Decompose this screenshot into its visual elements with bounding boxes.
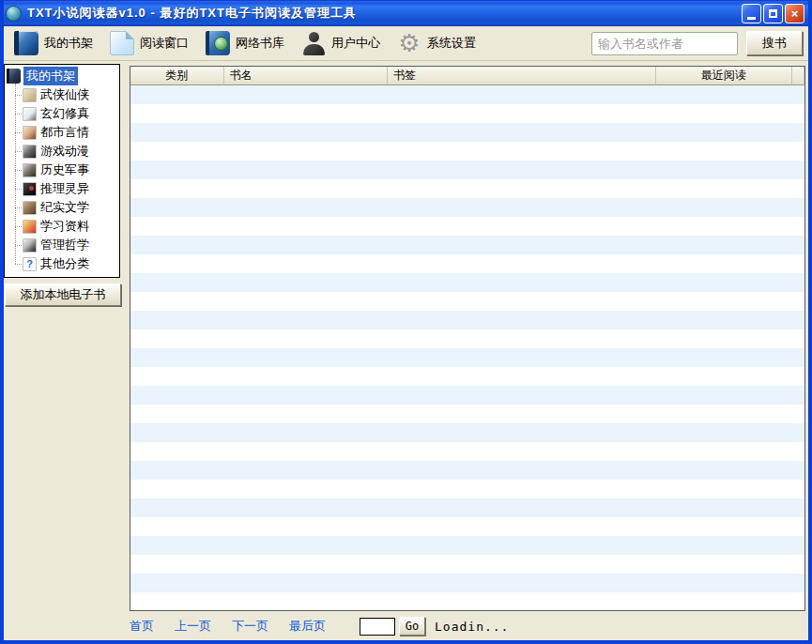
game-character-icon xyxy=(23,145,37,159)
sidebar-item-urban-romance[interactable]: 都市言情 xyxy=(15,123,119,142)
tree-branch-line xyxy=(15,170,22,171)
close-button[interactable]: × xyxy=(785,4,804,23)
sidebar-item-study[interactable]: 学习资料 xyxy=(15,217,119,236)
app-window: TXT小说阅读器v1.0 - 最好的TXT电子书阅读及管理工具 × 我的书架 阅… xyxy=(0,0,812,644)
question-mark-icon: ? xyxy=(23,257,37,271)
close-icon: × xyxy=(791,8,799,20)
sidebar-item-wuxia[interactable]: 武侠仙侠 xyxy=(15,85,119,104)
study-materials-icon xyxy=(23,220,37,234)
tree-branch-line xyxy=(15,95,22,96)
sidebar-item-history-military[interactable]: 历史军事 xyxy=(15,161,119,179)
table-body-empty xyxy=(130,85,804,610)
next-page-link[interactable]: 下一页 xyxy=(232,618,268,635)
title-bar: TXT小说阅读器v1.0 - 最好的TXT电子书阅读及管理工具 × xyxy=(0,0,812,26)
book-list-table: 类别 书名 书签 最近阅读 xyxy=(130,66,805,611)
category-tree-panel: 我的书架 武侠仙侠 玄幻修真 都市言情 游戏动漫 xyxy=(4,64,120,278)
mystery-icon xyxy=(23,182,37,196)
column-header-bookmark[interactable]: 书签 xyxy=(388,67,656,85)
column-header-book-name[interactable]: 书名 xyxy=(224,67,388,85)
last-page-link[interactable]: 最后页 xyxy=(289,618,326,635)
window-controls: × xyxy=(742,4,806,23)
user-center-icon xyxy=(301,31,326,55)
sidebar-item-my-bookshelf[interactable]: 我的书架 xyxy=(7,67,119,85)
bookshelf-root-icon xyxy=(7,69,21,84)
maximize-button[interactable] xyxy=(763,4,783,23)
tree-branch-line xyxy=(15,207,22,208)
military-icon xyxy=(23,163,37,177)
sidebar-item-fantasy[interactable]: 玄幻修真 xyxy=(15,104,119,123)
window-title: TXT小说阅读器v1.0 - 最好的TXT电子书阅读及管理工具 xyxy=(27,5,742,22)
page-number-input[interactable] xyxy=(360,618,395,636)
tree-branch-line xyxy=(15,264,22,265)
search-book-button[interactable]: 搜书 xyxy=(746,31,803,55)
martial-figure-icon xyxy=(23,107,37,121)
online-library-label: 网络书库 xyxy=(236,35,284,52)
user-center-button[interactable]: 用户中心 xyxy=(297,27,389,59)
my-bookshelf-root-label: 我的书架 xyxy=(23,67,78,85)
sidebar-item-management[interactable]: 管理哲学 xyxy=(15,236,119,254)
tree-branch-line xyxy=(15,226,22,227)
sidebar-item-other[interactable]: ? 其他分类 xyxy=(15,254,119,273)
scroll-icon xyxy=(23,88,37,102)
column-header-spacer xyxy=(792,67,804,85)
bookshelf-icon xyxy=(14,31,38,55)
sidebar-item-game-anime[interactable]: 游戏动漫 xyxy=(15,142,119,161)
reading-window-label: 阅读窗口 xyxy=(140,35,189,52)
search-input[interactable] xyxy=(591,32,738,55)
online-library-icon xyxy=(206,31,230,55)
graduation-cap-icon xyxy=(23,238,37,253)
tree-branch-line xyxy=(15,245,22,246)
add-local-ebook-button[interactable]: 添加本地电子书 xyxy=(5,284,121,306)
tree-branch-line xyxy=(15,132,22,133)
system-settings-button[interactable]: ⚙ 系统设置 xyxy=(392,27,484,59)
user-center-label: 用户中心 xyxy=(331,35,380,52)
category-list: 武侠仙侠 玄幻修真 都市言情 游戏动漫 历史军事 xyxy=(15,85,119,273)
maximize-icon xyxy=(769,9,777,18)
app-globe-icon xyxy=(6,6,22,22)
girl-icon xyxy=(23,126,37,140)
settings-gear-icon: ⚙ xyxy=(397,31,421,55)
go-button[interactable]: Go xyxy=(399,617,425,636)
reading-window-button[interactable]: 阅读窗口 xyxy=(105,27,197,59)
minimize-icon xyxy=(747,17,756,20)
system-settings-label: 系统设置 xyxy=(427,35,476,52)
main-toolbar: 我的书架 阅读窗口 网络书库 用户中心 ⚙ 系统设置 搜书 xyxy=(4,26,808,61)
tree-branch-line xyxy=(15,189,22,190)
online-library-button[interactable]: 网络书库 xyxy=(201,27,293,59)
first-page-link[interactable]: 首页 xyxy=(130,618,154,635)
tree-branch-line xyxy=(15,114,22,115)
my-bookshelf-button[interactable]: 我的书架 xyxy=(9,27,101,59)
building-icon xyxy=(23,201,37,215)
pagination-bar: 首页 上一页 下一页 最后页 Go Loadin... xyxy=(130,612,805,640)
prev-page-link[interactable]: 上一页 xyxy=(175,618,211,635)
column-header-recently-read[interactable]: 最近阅读 xyxy=(656,67,792,85)
column-header-category[interactable]: 类别 xyxy=(130,67,224,85)
loading-status-text: Loadin... xyxy=(435,620,509,634)
minimize-button[interactable] xyxy=(742,4,761,23)
sidebar-item-documentary[interactable]: 纪实文学 xyxy=(15,198,119,217)
tree-branch-line xyxy=(15,151,22,152)
reading-window-icon xyxy=(110,31,134,55)
table-header-row: 类别 书名 书签 最近阅读 xyxy=(130,67,804,85)
sidebar-item-mystery[interactable]: 推理灵异 xyxy=(15,179,119,198)
my-bookshelf-label: 我的书架 xyxy=(44,35,93,52)
